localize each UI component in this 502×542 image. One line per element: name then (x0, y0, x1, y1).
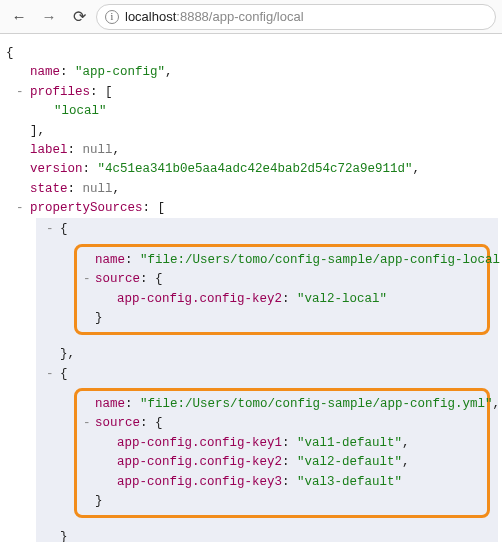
collapse-icon[interactable]: - (46, 220, 54, 239)
ps-source-close: } (77, 492, 487, 511)
json-profiles-close: ], (6, 122, 502, 141)
json-profiles-item: "local" (6, 102, 502, 121)
collapse-icon[interactable]: - (46, 365, 54, 384)
address-bar[interactable]: i localhost:8888/app-config/local (96, 4, 496, 30)
ps-item-open: -{ (36, 220, 498, 239)
ps-item-name: name: "file:/Users/tomo/config-sample/ap… (77, 395, 487, 414)
highlight-box: name: "file:/Users/tomo/config-sample/ap… (74, 388, 490, 518)
property-sources-block: -{ name: "file:/Users/tomo/config-sample… (36, 218, 498, 542)
json-state: state: null, (6, 180, 502, 199)
ps-item-close: }, (36, 345, 498, 364)
ps-entry: app-config.config-key2: "val2-local" (77, 290, 487, 309)
ps-source-close: } (77, 309, 487, 328)
ps-entry: app-config.config-key1: "val1-default", (77, 434, 487, 453)
collapse-icon[interactable]: - (16, 83, 24, 102)
highlight-box: name: "file:/Users/tomo/config-sample/ap… (74, 244, 490, 336)
json-name: name: "app-config", (6, 63, 502, 82)
back-button[interactable]: ← (6, 4, 32, 30)
browser-toolbar: ← → ⟳ i localhost:8888/app-config/local (0, 0, 502, 34)
collapse-icon[interactable]: - (83, 270, 91, 289)
json-propertysources: -propertySources: [ (6, 199, 502, 218)
json-version: version: "4c51ea341b0e5aa4adc42e4bab2d54… (6, 160, 502, 179)
brace-open: { (6, 44, 502, 63)
ps-entry: app-config.config-key2: "val2-default", (77, 453, 487, 472)
address-path: :8888/app-config/local (176, 9, 303, 24)
json-profiles: -profiles: [ (6, 83, 502, 102)
ps-item-open: -{ (36, 365, 498, 384)
address-text: localhost:8888/app-config/local (125, 9, 304, 24)
site-info-icon[interactable]: i (105, 10, 119, 24)
reload-button[interactable]: ⟳ (66, 4, 92, 30)
collapse-icon[interactable]: - (83, 414, 91, 433)
forward-button[interactable]: → (36, 4, 62, 30)
ps-item-name: name: "file:/Users/tomo/config-sample/ap… (77, 251, 487, 270)
ps-item-source: -source: { (77, 414, 487, 433)
json-label: label: null, (6, 141, 502, 160)
collapse-icon[interactable]: - (16, 199, 24, 218)
json-viewer: { name: "app-config", -profiles: [ "loca… (0, 34, 502, 542)
ps-entry: app-config.config-key3: "val3-default" (77, 473, 487, 492)
ps-item-source: -source: { (77, 270, 487, 289)
ps-item-close: } (36, 528, 498, 542)
address-host: localhost (125, 9, 176, 24)
